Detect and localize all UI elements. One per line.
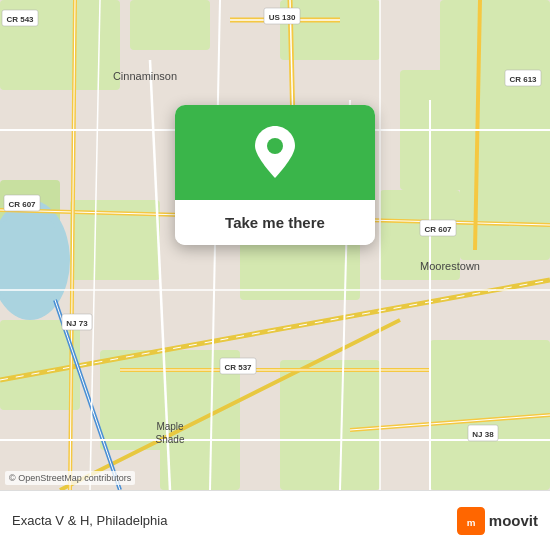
svg-text:Maple: Maple	[156, 421, 184, 432]
bottom-bar: Exacta V & H, Philadelphia m moovit	[0, 490, 550, 550]
svg-text:m: m	[466, 516, 475, 527]
svg-text:Moorestown: Moorestown	[420, 260, 480, 272]
moovit-logo: m moovit	[457, 507, 538, 535]
moovit-logo-text: moovit	[489, 512, 538, 529]
svg-text:CR 607: CR 607	[8, 200, 36, 209]
location-pin-icon	[253, 126, 297, 180]
svg-text:CR 537: CR 537	[224, 363, 252, 372]
svg-text:NJ 73: NJ 73	[66, 319, 88, 328]
svg-text:CR 607: CR 607	[424, 225, 452, 234]
popup-green-header	[175, 105, 375, 200]
map-attribution: © OpenStreetMap contributors	[5, 471, 135, 485]
popup-card: Take me there	[175, 105, 375, 245]
svg-text:Shade: Shade	[156, 434, 185, 445]
location-name: Exacta V & H, Philadelphia	[12, 513, 167, 528]
map-container: CR 543 US 130 CR 613 CR 607 CR 607 CR 60…	[0, 0, 550, 490]
svg-text:CR 613: CR 613	[509, 75, 537, 84]
moovit-logo-icon: m	[457, 507, 485, 535]
take-me-there-button[interactable]: Take me there	[175, 200, 375, 245]
svg-rect-13	[280, 360, 380, 490]
svg-point-68	[267, 138, 283, 154]
svg-text:Cinnaminson: Cinnaminson	[113, 70, 177, 82]
svg-rect-4	[440, 0, 550, 80]
svg-rect-17	[0, 220, 55, 300]
svg-text:NJ 38: NJ 38	[472, 430, 494, 439]
svg-text:CR 543: CR 543	[6, 15, 34, 24]
svg-rect-2	[130, 0, 210, 50]
svg-text:US 130: US 130	[269, 13, 296, 22]
